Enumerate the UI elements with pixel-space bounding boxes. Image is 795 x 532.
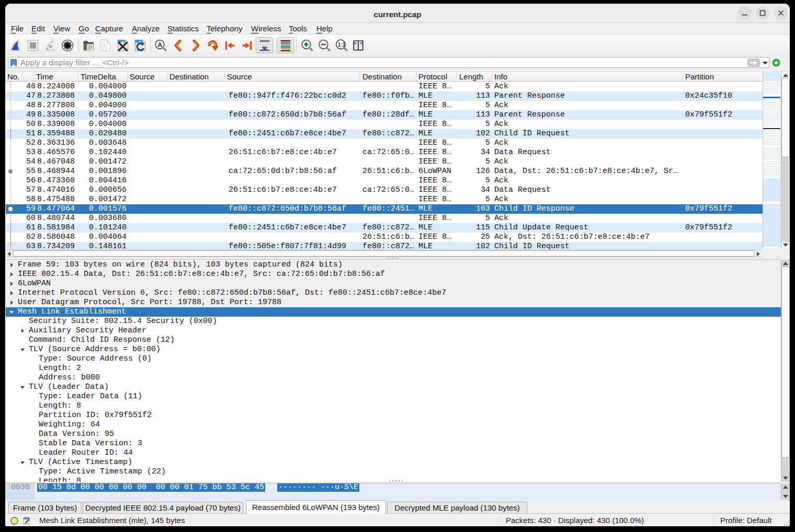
svg-text:0111: 0111: [101, 49, 108, 51]
svg-text:1:1: 1:1: [338, 42, 346, 48]
svg-text:A: A: [157, 41, 163, 49]
